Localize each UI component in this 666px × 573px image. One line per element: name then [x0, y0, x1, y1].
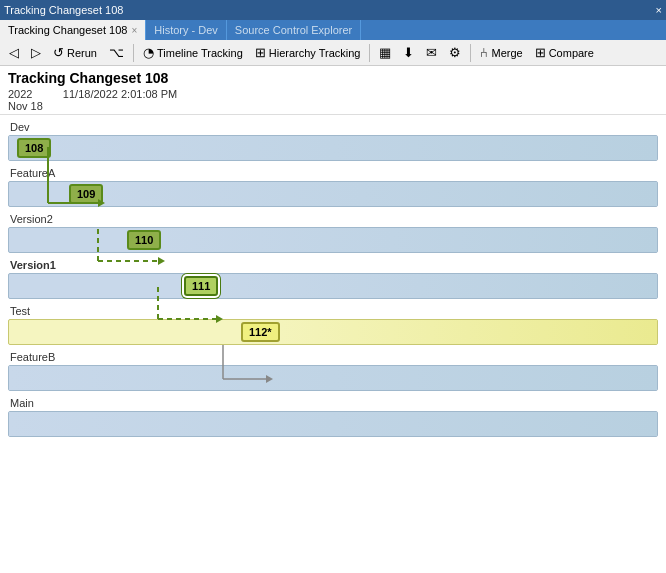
title-bar-close-btn[interactable]: ×: [656, 4, 662, 16]
title-bar: Tracking Changeset 108 ×: [0, 0, 666, 20]
cs-110-bubble[interactable]: 110: [127, 230, 161, 250]
cs-109-bubble[interactable]: 109: [69, 184, 103, 204]
back-button[interactable]: ◁: [4, 43, 24, 62]
meta-year-month: 2022Nov 18: [8, 88, 43, 112]
branch-featureA: FeatureA 109: [8, 167, 658, 207]
page-header: Tracking Changeset 108 2022Nov 18 11/18/…: [0, 66, 666, 115]
branch-main: Main: [8, 397, 658, 437]
branch-featureA-label: FeatureA: [8, 167, 658, 179]
branch-test: Test 112*: [8, 305, 658, 345]
tracking-area: Dev 108 FeatureA 109 Version2 110: [8, 121, 658, 437]
cs-111-bubble[interactable]: 111: [184, 276, 218, 296]
tab-source-label: Source Control Explorer: [235, 24, 352, 36]
annotate-icon: ▦: [379, 45, 391, 60]
rerun-button[interactable]: ↺ Rerun: [48, 43, 102, 62]
properties-icon: ⚙: [449, 45, 461, 60]
properties-button[interactable]: ⚙: [444, 43, 466, 62]
branch-featureA-row[interactable]: 109: [8, 181, 658, 207]
title-bar-text: Tracking Changeset 108: [4, 4, 652, 16]
branch-dev-label: Dev: [8, 121, 658, 133]
hierarchy-button[interactable]: ⊞ Hierarchy Tracking: [250, 43, 366, 62]
branch-button[interactable]: ⌥: [104, 43, 129, 62]
branch-dev-row[interactable]: 108: [8, 135, 658, 161]
branch-version1-row[interactable]: 111: [8, 273, 658, 299]
hierarchy-icon: ⊞: [255, 45, 266, 60]
merge-label: Merge: [491, 47, 522, 59]
toolbar-sep-3: [470, 44, 471, 62]
compare-button[interactable]: ⊞ Compare: [530, 43, 599, 62]
timeline-label: Timeline Tracking: [157, 47, 243, 59]
branch-version2-row[interactable]: 110: [8, 227, 658, 253]
tab-tracking-label: Tracking Changeset 108: [8, 24, 127, 36]
back-icon: ◁: [9, 45, 19, 60]
get-icon: ⬇: [403, 45, 414, 60]
timeline-icon: ◔: [143, 45, 154, 60]
branch-icon: ⌥: [109, 45, 124, 60]
email-button[interactable]: ✉: [421, 43, 442, 62]
meta-datetime: 11/18/2022 2:01:08 PM: [63, 88, 177, 112]
compare-icon: ⊞: [535, 45, 546, 60]
page-meta: 2022Nov 18 11/18/2022 2:01:08 PM: [8, 88, 658, 112]
annotate-button[interactable]: ▦: [374, 43, 396, 62]
branch-version2-label: Version2: [8, 213, 658, 225]
cs-112-bubble[interactable]: 112*: [241, 322, 280, 342]
tab-tracking-close[interactable]: ×: [131, 25, 137, 36]
branch-featureB-row[interactable]: [8, 365, 658, 391]
branch-featureB-label: FeatureB: [8, 351, 658, 363]
toolbar: ◁ ▷ ↺ Rerun ⌥ ◔ Timeline Tracking ⊞ Hier…: [0, 40, 666, 66]
branch-dev: Dev 108: [8, 121, 658, 161]
branch-main-row[interactable]: [8, 411, 658, 437]
tab-source[interactable]: Source Control Explorer: [227, 20, 361, 40]
branch-main-label: Main: [8, 397, 658, 409]
email-icon: ✉: [426, 45, 437, 60]
get-button[interactable]: ⬇: [398, 43, 419, 62]
cs-108-bubble[interactable]: 108: [17, 138, 51, 158]
tab-tracking[interactable]: Tracking Changeset 108 ×: [0, 20, 146, 40]
page-title: Tracking Changeset 108: [8, 70, 658, 86]
rerun-icon: ↺: [53, 45, 64, 60]
rerun-label: Rerun: [67, 47, 97, 59]
compare-label: Compare: [549, 47, 594, 59]
tab-history-label: History - Dev: [154, 24, 218, 36]
branch-version1: Version1 111: [8, 259, 658, 299]
timeline-button[interactable]: ◔ Timeline Tracking: [138, 43, 248, 62]
tab-history[interactable]: History - Dev: [146, 20, 227, 40]
forward-button[interactable]: ▷: [26, 43, 46, 62]
branch-featureB: FeatureB: [8, 351, 658, 391]
toolbar-sep-2: [369, 44, 370, 62]
main-content: Dev 108 FeatureA 109 Version2 110: [0, 115, 666, 573]
branch-version1-label: Version1: [8, 259, 658, 271]
branch-test-row[interactable]: 112*: [8, 319, 658, 345]
tab-bar: Tracking Changeset 108 × History - Dev S…: [0, 20, 666, 40]
toolbar-sep-1: [133, 44, 134, 62]
merge-button[interactable]: ⑃ Merge: [475, 43, 527, 62]
branch-version2: Version2 110: [8, 213, 658, 253]
forward-icon: ▷: [31, 45, 41, 60]
merge-icon: ⑃: [480, 45, 488, 60]
branch-test-label: Test: [8, 305, 658, 317]
hierarchy-label: Hierarchy Tracking: [269, 47, 361, 59]
